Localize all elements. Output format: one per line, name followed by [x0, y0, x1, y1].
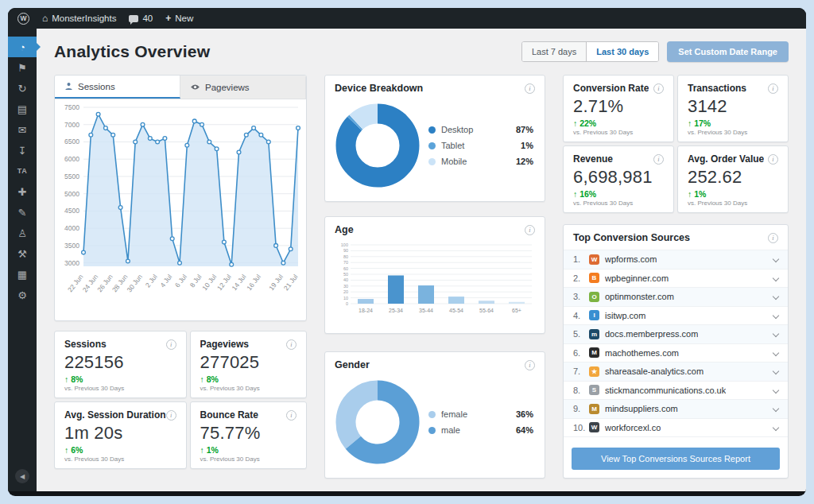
sidebar-item-media[interactable]: ▦ — [8, 264, 37, 285]
sidebar-item-downloads[interactable]: ↧ — [8, 140, 37, 161]
info-icon[interactable]: i — [525, 225, 535, 235]
source-rank: 3. — [573, 292, 589, 301]
svg-text:45-54: 45-54 — [449, 308, 463, 313]
source-row[interactable]: 4.Iisitwp.com — [564, 307, 788, 326]
pencil-icon: ✎ — [18, 207, 27, 218]
stat-card-avg-session-duration: Avg. Session Durationi1m 20s↑ 6%vs. Prev… — [54, 401, 187, 469]
info-icon[interactable]: i — [525, 360, 535, 370]
info-icon[interactable]: i — [768, 154, 778, 165]
info-icon[interactable]: i — [286, 410, 297, 421]
source-row[interactable]: 8.Sstickmancommunications.co.uk — [564, 382, 788, 401]
chevron-down-icon[interactable] — [773, 350, 779, 356]
info-icon[interactable]: i — [768, 83, 778, 94]
chevron-down-icon[interactable] — [773, 387, 779, 394]
chevron-down-icon[interactable] — [773, 293, 779, 300]
sidebar-item-tools[interactable]: ⚒ — [8, 243, 37, 264]
info-icon[interactable]: i — [768, 233, 778, 243]
svg-text:3000: 3000 — [64, 259, 79, 267]
stat-card-value: 252.62 — [688, 167, 778, 188]
last-30-days-button[interactable]: Last 30 days — [586, 42, 658, 61]
new-content-menu[interactable]: + New — [165, 13, 193, 24]
source-button-wrap: View Top Conversions Sources Report — [564, 441, 788, 478]
tab-sessions-label: Sessions — [78, 82, 115, 91]
chevron-down-icon[interactable] — [773, 331, 779, 337]
ta-label: TA — [17, 168, 27, 175]
source-row[interactable]: 2.Bwpbeginner.com — [564, 269, 788, 289]
legend-dot — [428, 427, 436, 434]
source-domain: wpbeginner.com — [605, 273, 669, 283]
sidebar-item-pages[interactable]: ▤ — [8, 99, 37, 119]
svg-text:60: 60 — [343, 266, 348, 271]
comments-menu[interactable]: 40 — [129, 14, 153, 23]
tools-icon: ⚒ — [17, 249, 27, 259]
view-top-conversions-report-button[interactable]: View Top Conversions Sources Report — [572, 448, 780, 470]
svg-text:14 Jul: 14 Jul — [231, 273, 248, 292]
stat-card-transactions: Transactionsi3142↑ 17%vs. Previous 30 Da… — [677, 75, 789, 142]
svg-text:7000: 7000 — [64, 121, 79, 129]
age-bar-chart: 010203040506070809010018-2425-3435-4445-… — [335, 241, 535, 324]
sidebar-item-updates[interactable]: ↻ — [8, 78, 37, 99]
stat-card-delta: ↑ 17% — [688, 118, 778, 128]
wordpress-menu[interactable]: W — [17, 13, 29, 25]
info-icon[interactable]: i — [525, 83, 535, 94]
chevron-down-icon[interactable] — [773, 275, 779, 281]
sidebar-item-monsterinsights[interactable]: ◔ — [8, 37, 37, 57]
stat-card-compare: vs. Previous 30 Days — [688, 200, 778, 207]
main-content: Analytics Overview Last 7 days Last 30 d… — [37, 29, 806, 491]
tab-pageviews[interactable]: Pageviews — [180, 76, 306, 99]
source-row[interactable]: 9.Mmindsuppliers.com — [564, 400, 788, 419]
info-icon[interactable]: i — [166, 410, 176, 421]
sidebar-item-plugins[interactable]: ✚ — [8, 181, 37, 202]
info-icon[interactable]: i — [653, 83, 664, 94]
chevron-down-icon[interactable] — [773, 256, 779, 262]
legend-dot — [428, 158, 436, 165]
svg-text:0: 0 — [346, 301, 348, 306]
stat-card-value: 225156 — [64, 352, 176, 373]
tab-sessions[interactable]: Sessions — [55, 76, 180, 99]
device-donut-row: Desktop87%Tablet1%Mobile12% — [325, 98, 545, 201]
sidebar-item-settings[interactable]: ⚙ — [8, 285, 37, 305]
chevron-down-icon[interactable] — [773, 405, 779, 412]
chevron-down-icon[interactable] — [773, 368, 779, 374]
stat-card-delta: ↑ 6% — [64, 445, 176, 455]
eye-icon — [190, 83, 200, 91]
legend-label: Desktop — [441, 125, 473, 134]
svg-text:4500: 4500 — [64, 207, 79, 215]
stat-card-title: Conversion Rate — [573, 83, 649, 94]
chevron-down-icon[interactable] — [773, 425, 779, 431]
sidebar-item-users[interactable]: ♙ — [8, 223, 37, 243]
person-icon — [64, 82, 73, 91]
source-row[interactable]: 1.Wwpforms.com — [564, 250, 788, 269]
source-row[interactable]: 10.Wworkforcexl.co — [564, 419, 788, 438]
source-row[interactable]: 5.mdocs.memberpress.com — [564, 325, 788, 344]
page-title: Analytics Overview — [54, 42, 210, 61]
source-rank: 10. — [573, 423, 589, 432]
info-icon[interactable]: i — [286, 339, 297, 350]
source-row[interactable]: 3.Ooptinmonster.com — [564, 288, 788, 307]
sidebar-item-pin[interactable]: ⚑ — [8, 57, 37, 78]
chevron-down-icon[interactable] — [773, 312, 779, 319]
info-icon[interactable]: i — [653, 154, 664, 165]
left-column: Sessions Pageviews 750070006500600055005… — [54, 75, 307, 479]
last-7-days-button[interactable]: Last 7 days — [522, 42, 586, 61]
info-icon[interactable]: i — [166, 339, 176, 350]
right-column: Conversion Ratei2.71%↑ 22%vs. Previous 3… — [563, 75, 789, 479]
svg-text:10: 10 — [343, 296, 348, 300]
set-custom-date-range-button[interactable]: Set Custom Date Range — [667, 41, 789, 62]
age-chart-body: 010203040506070809010018-2425-3435-4445-… — [325, 239, 545, 333]
legend-label: Tablet — [441, 141, 464, 150]
stat-card-head: Conversion Ratei — [573, 83, 664, 94]
site-name-menu[interactable]: ⌂ MonsterInsights — [42, 14, 116, 23]
sidebar-item-comments[interactable]: ✉ — [8, 119, 37, 140]
date-range-toggle: Last 7 days Last 30 days — [521, 41, 659, 62]
legend-label: male — [441, 425, 460, 435]
sidebar-collapse-button[interactable]: ◀ — [15, 469, 29, 483]
favicon-icon: B — [589, 273, 599, 283]
source-row[interactable]: 6.Mmachothemes.com — [564, 344, 788, 363]
sidebar-item-appearance[interactable]: ✎ — [8, 202, 37, 223]
stat-card-delta: ↑ 8% — [200, 374, 297, 384]
header-actions: Last 7 days Last 30 days Set Custom Date… — [521, 41, 789, 62]
stat-card-compare: vs. Previous 30 Days — [573, 200, 664, 207]
source-row[interactable]: 7.★shareasale-analytics.com — [564, 362, 788, 382]
sidebar-item-ta[interactable]: TA — [8, 161, 37, 181]
